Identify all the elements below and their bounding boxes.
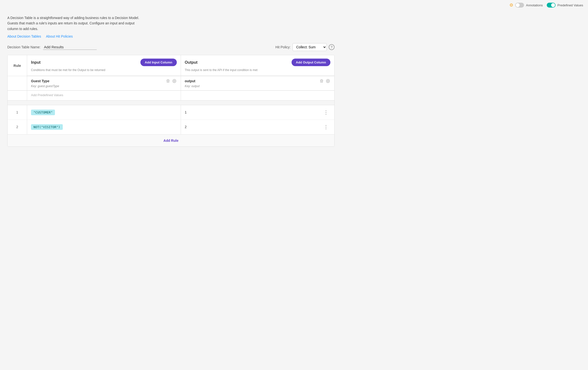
predefined-toggle-group: Predefined Values — [547, 3, 583, 8]
row-1-more-button[interactable]: ⋮ — [322, 108, 330, 116]
decision-table-name-input[interactable] — [43, 44, 97, 50]
row-2-more-button[interactable]: ⋮ — [322, 123, 330, 131]
input-section: Input Add Input Column Conditions that m… — [27, 55, 181, 76]
help-icon[interactable]: ? — [329, 44, 335, 50]
predefined-toggle[interactable] — [547, 3, 556, 8]
output-value-1: 1 — [185, 110, 187, 114]
output-description: This output is sent to the API if the in… — [185, 68, 331, 72]
table-row: 2 NOT("VISITOR") 2 ⋮ — [8, 120, 334, 134]
output-section-header: Output Add Output Column This output is … — [181, 55, 335, 76]
page-content: A Decision Table is a straightforward wa… — [0, 10, 342, 152]
name-input-group: Decision Table Name: — [7, 44, 97, 50]
input-value-chip-1[interactable]: "CUSTOMER" — [31, 110, 55, 115]
add-rule-row: Add Rule — [8, 134, 334, 146]
output-col-name: output — [185, 79, 331, 83]
input-title-row: Input Add Input Column — [31, 59, 177, 66]
rule-col-empty — [8, 76, 27, 90]
input-col-delete-button[interactable] — [166, 79, 170, 83]
column-header-row: Guest Type Key: guest.guestType output — [8, 76, 334, 91]
predefined-label: Predefined Values — [557, 3, 583, 7]
hit-policy-row: Hit Policy: Collect: Sum Collect: Count … — [275, 43, 335, 51]
svg-point-0 — [174, 81, 175, 82]
rule-header: Rule — [8, 55, 27, 76]
input-value-chip-2[interactable]: NOT("VISITOR") — [31, 124, 63, 130]
input-cell-1[interactable]: "CUSTOMER" — [27, 105, 181, 120]
gear-icon: ⚙ — [509, 2, 513, 8]
output-col-settings-button[interactable] — [326, 79, 330, 83]
output-col-delete-button[interactable] — [319, 79, 324, 83]
decision-table: Rule Input Add Input Column Conditions t… — [7, 55, 335, 147]
annotations-label: Annotations — [526, 3, 543, 7]
annotations-toggle[interactable] — [515, 3, 524, 8]
input-description: Conditions that must be met for the Outp… — [31, 68, 177, 72]
output-section: Output Add Output Column This output is … — [181, 55, 335, 76]
output-title-row: Output Add Output Column — [185, 59, 331, 66]
table-row: 1 "CUSTOMER" 1 ⋮ — [8, 105, 334, 120]
input-col-header: Guest Type Key: guest.guestType — [27, 76, 181, 90]
table-header: Rule Input Add Input Column Conditions t… — [8, 55, 334, 76]
rule-number-1: 1 — [8, 105, 27, 120]
input-cell-2[interactable]: NOT("VISITOR") — [27, 120, 181, 134]
add-rule-button[interactable]: Add Rule — [163, 139, 178, 143]
predefined-rule-col — [8, 91, 27, 100]
name-label: Decision Table Name: — [7, 45, 41, 49]
predefined-values-row: Add Predefined Values — [8, 91, 334, 100]
input-col-name: Guest Type — [31, 79, 177, 83]
top-bar: ⚙ Annotations Predefined Values — [0, 0, 588, 10]
add-output-column-button[interactable]: Add Output Column — [292, 59, 330, 66]
separator-row — [8, 100, 334, 105]
name-row: Decision Table Name: Hit Policy: Collect… — [7, 43, 335, 51]
svg-point-1 — [327, 81, 328, 82]
output-col-key: Key: output — [185, 84, 331, 88]
about-hit-policies-link[interactable]: About Hit Policies — [46, 34, 73, 38]
add-input-column-button[interactable]: Add Input Column — [140, 59, 177, 66]
output-cell-2[interactable]: 2 ⋮ — [181, 120, 335, 134]
input-col-actions — [166, 79, 177, 83]
rule-number-2: 2 — [8, 120, 27, 134]
hit-policy-label: Hit Policy: — [275, 45, 291, 49]
annotations-toggle-group: ⚙ Annotations — [509, 2, 543, 8]
hit-policy-select[interactable]: Collect: Sum Collect: Count Collect: Min… — [293, 43, 327, 51]
output-value-2: 2 — [185, 125, 187, 129]
output-col-header: output Key: output — [181, 76, 335, 90]
about-decision-tables-link[interactable]: About Decision Tables — [7, 34, 41, 38]
output-cell-1[interactable]: 1 ⋮ — [181, 105, 335, 120]
output-predefined-cell — [181, 91, 335, 100]
output-title: Output — [185, 60, 198, 65]
description-text: A Decision Table is a straightforward wa… — [7, 15, 139, 31]
links: About Decision Tables About Hit Policies — [7, 34, 335, 38]
input-section-header: Input Add Input Column Conditions that m… — [27, 55, 181, 76]
input-predefined-cell[interactable]: Add Predefined Values — [27, 91, 181, 100]
input-col-settings-button[interactable] — [172, 79, 177, 83]
output-col-actions — [319, 79, 330, 83]
input-title: Input — [31, 60, 41, 65]
input-col-key: Key: guest.guestType — [31, 84, 177, 88]
